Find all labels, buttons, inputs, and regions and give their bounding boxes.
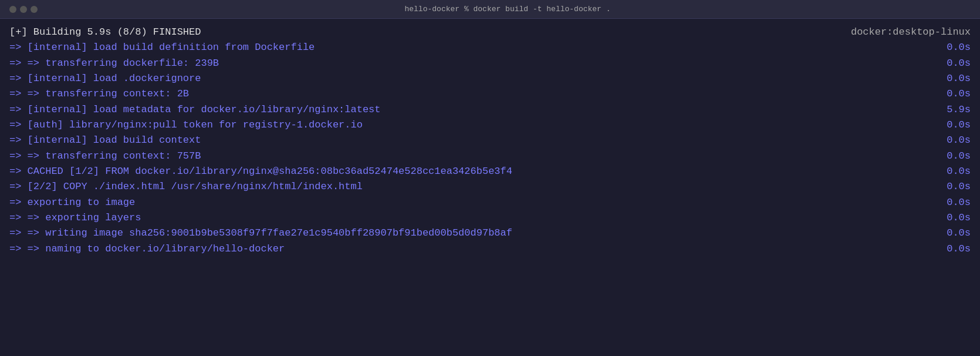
output-line-4: => [internal] load metadata for docker.i… xyxy=(9,102,971,117)
output-line-text-1: => => transferring dockerfile: 239B xyxy=(9,56,219,71)
output-line-text-4: => [internal] load metadata for docker.i… xyxy=(9,102,381,117)
output-line-time-11: 0.0s xyxy=(935,210,971,226)
output-line-time-3: 0.0s xyxy=(935,86,971,102)
output-line-text-10: => exporting to image xyxy=(9,195,135,210)
output-line-time-4: 5.9s xyxy=(935,102,971,117)
terminal-output[interactable]: [+] Building 5.9s (8/8) FINISHED docker:… xyxy=(0,19,980,356)
close-button[interactable] xyxy=(9,6,16,13)
output-line-text-12: => => writing image sha256:9001b9be5308f… xyxy=(9,226,512,241)
output-line-time-0: 0.0s xyxy=(935,40,971,55)
output-line-6: => [internal] load build context0.0s xyxy=(9,133,971,148)
build-header-line: [+] Building 5.9s (8/8) FINISHED docker:… xyxy=(9,25,971,40)
build-output-lines: => [internal] load build definition from… xyxy=(9,40,971,257)
output-line-time-7: 0.0s xyxy=(935,149,971,164)
terminal-window: hello-docker % docker build -t hello-doc… xyxy=(0,0,980,356)
output-line-9: => [2/2] COPY ./index.html /usr/share/ng… xyxy=(9,179,971,194)
output-line-8: => CACHED [1/2] FROM docker.io/library/n… xyxy=(9,164,971,179)
output-line-7: => => transferring context: 757B0.0s xyxy=(9,149,971,164)
output-line-text-13: => => naming to docker.io/library/hello-… xyxy=(9,241,285,257)
output-line-text-0: => [internal] load build definition from… xyxy=(9,40,315,55)
output-line-5: => [auth] library/nginx:pull token for r… xyxy=(9,117,971,133)
output-line-text-11: => => exporting layers xyxy=(9,210,141,226)
title-bar: hello-docker % docker build -t hello-doc… xyxy=(0,0,980,19)
output-line-time-8: 0.0s xyxy=(935,164,971,179)
output-line-text-2: => [internal] load .dockerignore xyxy=(9,71,201,86)
minimize-button[interactable] xyxy=(20,6,27,13)
output-line-time-10: 0.0s xyxy=(935,195,971,210)
output-line-10: => exporting to image0.0s xyxy=(9,195,971,210)
output-line-13: => => naming to docker.io/library/hello-… xyxy=(9,241,971,257)
output-line-11: => => exporting layers0.0s xyxy=(9,210,971,226)
output-line-2: => [internal] load .dockerignore0.0s xyxy=(9,71,971,86)
output-line-time-1: 0.0s xyxy=(935,56,971,71)
window-controls xyxy=(9,6,38,13)
build-status-right: docker:desktop-linux xyxy=(851,25,971,40)
build-status-left: [+] Building 5.9s (8/8) FINISHED xyxy=(9,25,201,40)
output-line-time-2: 0.0s xyxy=(935,71,971,86)
output-line-1: => => transferring dockerfile: 239B0.0s xyxy=(9,56,971,71)
output-line-time-5: 0.0s xyxy=(935,117,971,133)
output-line-0: => [internal] load build definition from… xyxy=(9,40,971,55)
output-line-text-9: => [2/2] COPY ./index.html /usr/share/ng… xyxy=(9,179,363,194)
output-line-time-12: 0.0s xyxy=(935,226,971,241)
output-line-text-6: => [internal] load build context xyxy=(9,133,201,148)
output-line-3: => => transferring context: 2B0.0s xyxy=(9,86,971,102)
output-line-text-7: => => transferring context: 757B xyxy=(9,149,201,164)
output-line-time-6: 0.0s xyxy=(935,133,971,148)
output-line-text-8: => CACHED [1/2] FROM docker.io/library/n… xyxy=(9,164,512,179)
output-line-text-5: => [auth] library/nginx:pull token for r… xyxy=(9,117,363,133)
terminal-title: hello-docker % docker build -t hello-doc… xyxy=(45,5,971,14)
output-line-12: => => writing image sha256:9001b9be5308f… xyxy=(9,226,971,241)
maximize-button[interactable] xyxy=(31,6,38,13)
output-line-time-9: 0.0s xyxy=(935,179,971,194)
output-line-time-13: 0.0s xyxy=(935,241,971,257)
output-line-text-3: => => transferring context: 2B xyxy=(9,86,189,102)
